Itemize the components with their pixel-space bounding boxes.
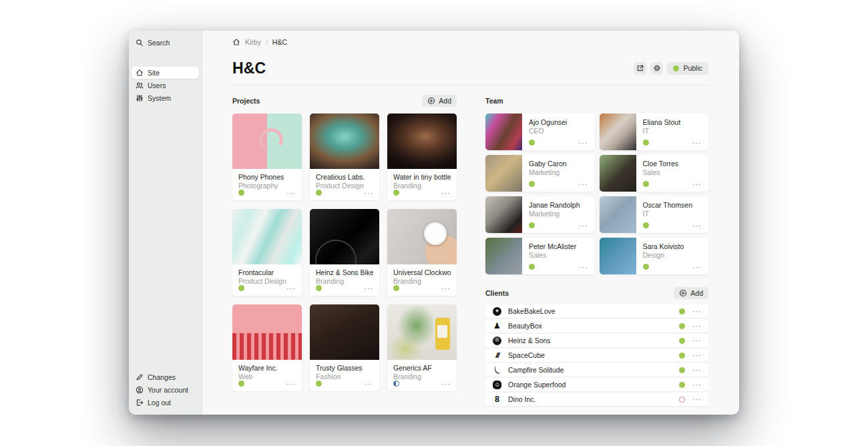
sidebar-item-system[interactable]: System [132,92,199,104]
sidebar-item-account[interactable]: Your account [132,384,199,396]
breadcrumb-current[interactable]: H&C [272,38,287,46]
status-dot[interactable] [643,140,649,146]
status-dot[interactable] [643,264,649,270]
status-dot[interactable] [316,285,322,291]
team-card[interactable]: Oscar ThomsenIT ··· [600,196,709,233]
status-dot[interactable] [679,323,685,329]
project-card[interactable]: Phony PhonesPhotography ··· [232,114,302,200]
project-card[interactable]: Universal ClockworkBranding ··· [387,209,457,296]
project-card[interactable]: Generics AFBranding ··· [387,304,457,391]
team-header: Team [485,95,708,106]
client-row[interactable]: ♟ BeautyBox ··· [485,319,708,332]
project-card[interactable]: Water in tiny bottlesBranding ··· [387,114,457,200]
project-card[interactable]: FrontacularProduct Design ··· [232,209,302,296]
add-client-button[interactable]: Add [674,287,708,299]
status-dot[interactable] [529,264,535,270]
options-icon[interactable]: ··· [692,368,702,372]
sidebar-footer: Changes Your account Log out [132,371,199,409]
status-dot[interactable] [679,338,685,344]
project-card[interactable]: Creatious Labs.Product Design ··· [310,114,379,200]
status-dot[interactable] [679,367,685,373]
project-card[interactable]: Wayfare Inc.Web ··· [232,304,302,391]
status-dot[interactable] [316,190,322,196]
home-icon[interactable] [232,38,240,46]
options-icon[interactable]: ··· [692,397,702,401]
team-card[interactable]: Peter McAlisterSales ··· [485,238,595,274]
options-icon[interactable]: ··· [692,224,702,228]
status-dot[interactable] [643,222,649,228]
status-dot[interactable] [393,285,399,291]
sidebar-item-site[interactable]: Site [132,67,199,79]
projects-label: Projects [232,97,260,105]
options-icon[interactable]: ··· [441,286,451,290]
options-icon[interactable]: ··· [692,353,702,357]
options-icon[interactable]: ··· [692,383,702,387]
team-card[interactable]: Sara KoivistoDesign ··· [600,238,709,274]
breadcrumb-root[interactable]: Kirby [245,38,261,46]
client-row[interactable]: Heinz & Sons ··· [485,334,708,347]
status-badge[interactable]: Public [667,62,708,75]
status-dot[interactable] [529,140,535,146]
project-card[interactable]: Heinz & Sons BikesBranding ··· [310,209,379,296]
team-card[interactable]: Cloe TorresSales ··· [600,155,709,192]
status-dot[interactable] [679,382,685,388]
client-row[interactable]: 8 Dino Inc. ··· [485,393,708,406]
options-icon[interactable]: ··· [286,382,296,386]
clients-label: Clients [485,289,509,297]
sidebar-item-label: Users [148,81,166,89]
clients-list: ♥ BakeBakeLove ··· ♟ BeautyBox ··· [485,304,708,406]
options-icon[interactable]: ··· [579,182,588,186]
status-dot[interactable] [679,308,685,314]
status-dot[interactable] [679,353,685,359]
add-project-button[interactable]: Add [422,95,457,107]
status-dot[interactable] [238,190,244,196]
status-badge-label: Public [683,64,702,72]
team-card[interactable]: Eliana StoutIT ··· [600,114,709,150]
sidebar-item-logout[interactable]: Log out [132,397,199,409]
options-icon[interactable]: ··· [692,182,702,186]
options-icon[interactable]: ··· [286,191,296,195]
status-dot[interactable] [529,222,535,228]
open-preview-button[interactable] [634,62,646,75]
status-dot [673,65,679,71]
options-icon[interactable]: ··· [364,191,373,195]
project-title: Universal Clockwork [393,268,451,276]
status-dot[interactable] [529,181,535,187]
team-name: Gaby Caron [529,160,588,168]
options-icon[interactable]: ··· [692,265,702,269]
status-dot[interactable] [238,285,244,291]
client-row[interactable]: Campfire Solitude ··· [485,363,708,377]
options-icon[interactable]: ··· [692,309,702,313]
team-card[interactable]: Ajo OgunseiCEO ··· [485,114,595,150]
options-icon[interactable]: ··· [364,382,373,386]
options-icon[interactable]: ··· [692,339,702,343]
options-icon[interactable]: ··· [579,141,588,145]
options-icon[interactable]: ··· [692,324,702,328]
sidebar-item-users[interactable]: Users [132,79,199,91]
options-icon[interactable]: ··· [579,265,588,269]
team-card[interactable]: Janae RandolphMarketing ··· [485,196,595,233]
settings-button[interactable] [650,62,663,75]
client-row[interactable]: ☺ Orange Superfood ··· [485,378,708,391]
options-icon[interactable]: ··· [579,224,588,228]
options-icon[interactable]: ··· [692,141,702,145]
status-dot[interactable] [393,190,399,196]
status-dot[interactable] [393,381,399,387]
options-icon[interactable]: ··· [441,382,451,386]
avatar [600,238,636,274]
logout-icon [136,399,144,407]
client-row[interactable]: /// SpaceCube ··· [485,349,708,362]
users-icon [136,81,144,89]
status-dot[interactable] [679,397,685,403]
search-menu-item[interactable]: Search [132,37,199,49]
sidebar-item-changes[interactable]: Changes [132,371,199,383]
options-icon[interactable]: ··· [364,286,373,290]
client-row[interactable]: ♥ BakeBakeLove ··· [485,304,708,318]
status-dot[interactable] [316,381,322,387]
options-icon[interactable]: ··· [286,286,296,290]
team-card[interactable]: Gaby CaronMarketing ··· [485,155,595,192]
status-dot[interactable] [643,181,649,187]
project-card[interactable]: Trusty GlassesFashion ··· [310,304,379,391]
options-icon[interactable]: ··· [441,191,451,195]
status-dot[interactable] [238,381,244,387]
